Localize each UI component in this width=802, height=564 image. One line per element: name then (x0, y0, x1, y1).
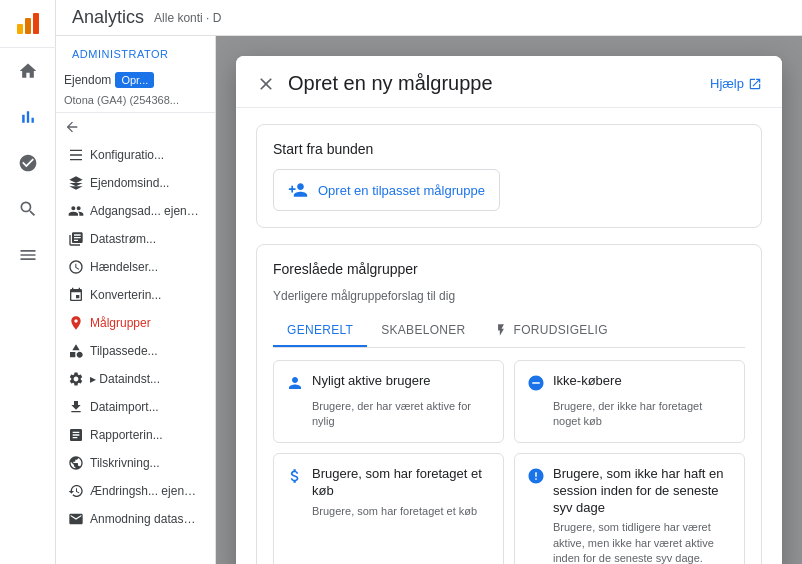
person-add-icon (288, 180, 308, 200)
audience-card-desc: Brugere, der ikke har foretaget noget kø… (553, 399, 732, 430)
left-nav: ADMINISTRATOR Ejendom Opr... Otona (GA4)… (56, 36, 216, 564)
nav-item-tilskrivning[interactable]: Tilskrivning... (56, 449, 207, 477)
audience-card-title: Brugere, som har foretaget et køb (312, 466, 491, 500)
create-custom-audience-button[interactable]: Opret en tilpasset målgruppe (273, 169, 500, 211)
sidebar-home-icon[interactable] (8, 51, 48, 91)
data-settings-icon (68, 371, 84, 387)
external-link-icon (748, 77, 762, 91)
audience-card-header: Brugere, som har foretaget et køb (286, 466, 491, 500)
audience-card-ikke-kobere[interactable]: Ikke-købere Brugere, der ikke har foreta… (514, 360, 745, 443)
close-icon (256, 74, 276, 94)
nav-item-ejendomsind-label: Ejendomsind... (90, 176, 169, 190)
request-icon (68, 511, 84, 527)
property-detail-icon (68, 175, 84, 191)
nav-item-dataimport[interactable]: Dataimport... (56, 393, 207, 421)
nav-item-konfiguration[interactable]: Konfiguratio... (56, 141, 207, 169)
sidebar (0, 0, 56, 564)
access-icon (68, 203, 84, 219)
back-row[interactable] (56, 113, 215, 141)
admin-section-label: ADMINISTRATOR (56, 36, 215, 64)
nav-item-handelser[interactable]: Hændelser... (56, 253, 207, 281)
audience-card-header: Ikke-købere (527, 373, 732, 395)
create-property-button[interactable]: Opr... (115, 72, 154, 88)
sidebar-reports-icon[interactable] (8, 97, 48, 137)
data-stream-icon (68, 231, 84, 247)
nav-item-datastream[interactable]: Datastrøm... (56, 225, 207, 253)
nav-item-datastream-label: Datastrøm... (90, 232, 156, 246)
audience-card-header: Brugere, som ikke har haft en session in… (527, 466, 732, 517)
nav-item-tilpassede-label: Tilpassede... (90, 344, 158, 358)
svg-rect-1 (25, 18, 31, 34)
sidebar-menu-icon[interactable] (8, 235, 48, 275)
modal-body: Start fra bunden Opret en tilpasset målg… (236, 108, 782, 564)
audience-grid: Nyligt aktive brugere Brugere, der har v… (273, 360, 745, 564)
audience-card-desc: Brugere, der har været aktive for nylig (312, 399, 491, 430)
events-icon (68, 259, 84, 275)
nav-item-adgangsdeling-label: Adgangsad... ejendom (90, 204, 199, 218)
sidebar-search-icon[interactable] (8, 189, 48, 229)
nav-item-dataimport-label: Dataimport... (90, 400, 159, 414)
nav-item-rapportering[interactable]: Rapporterin... (56, 421, 207, 449)
nav-item-handelser-label: Hændelser... (90, 260, 158, 274)
nav-item-anmodning[interactable]: Anmodning datasetin... (56, 505, 207, 533)
app-logo (0, 0, 56, 48)
person-icon (286, 374, 304, 395)
analytics-logo-icon (14, 10, 42, 38)
from-scratch-title: Start fra bunden (273, 141, 745, 157)
audiences-icon (68, 315, 84, 331)
no-session-icon (527, 467, 545, 488)
nav-item-ejendomsind[interactable]: Ejendomsind... (56, 169, 207, 197)
create-custom-audience-label: Opret en tilpasset målgruppe (318, 183, 485, 198)
audience-card-kob-brugere[interactable]: Brugere, som har foretaget et køb Bruger… (273, 453, 504, 564)
audience-card-nyligt-aktive[interactable]: Nyligt aktive brugere Brugere, der har v… (273, 360, 504, 443)
modal-overlay[interactable]: Opret en ny målgruppe Hjælp (216, 36, 802, 564)
audience-card-title: Brugere, som ikke har haft en session in… (553, 466, 732, 517)
modal-header: Opret en ny målgruppe Hjælp (236, 56, 782, 108)
suggestions-title: Foreslåede målgrupper (273, 261, 745, 277)
nav-item-malgrupper-label: Målgrupper (90, 316, 151, 330)
help-link[interactable]: Hjælp (710, 76, 762, 91)
tab-skabeloner[interactable]: SKABELONER (367, 315, 479, 347)
changes-icon (68, 483, 84, 499)
sidebar-check-icon[interactable] (8, 143, 48, 183)
create-audience-modal: Opret en ny målgruppe Hjælp (236, 56, 782, 564)
nav-item-dataindst[interactable]: ▸ Dataindst... (56, 365, 207, 393)
custom-icon (68, 343, 84, 359)
conversion-icon (68, 287, 84, 303)
audience-card-desc: Brugere, som har foretaget et køb (312, 504, 491, 519)
topbar-app-title: Analytics (72, 7, 144, 28)
nav-item-konfiguration-label: Konfiguratio... (90, 148, 164, 162)
modal-title: Opret en ny målgruppe (288, 72, 493, 95)
suggestions-tabs: GENERELT SKABELONER FORUDSIGELIG (273, 315, 745, 348)
nav-item-aendringer[interactable]: Ændringsh... ejendom (56, 477, 207, 505)
back-icon (64, 119, 80, 135)
tab-forudsigelig[interactable]: FORUDSIGELIG (480, 315, 622, 347)
property-section: Ejendom Opr... Otona (GA4) (254368... (56, 64, 215, 113)
topbar-breadcrumb: Alle konti · D (148, 11, 221, 25)
modal-close-button[interactable] (256, 74, 276, 94)
nav-item-aendringer-label: Ændringsh... ejendom (90, 484, 199, 498)
topbar: Analytics Alle konti · D (56, 0, 802, 36)
audience-card-desc: Brugere, som tidligere har været aktive,… (553, 520, 732, 564)
audience-card-title: Nyligt aktive brugere (312, 373, 431, 390)
nav-item-konvertering-label: Konverterin... (90, 288, 161, 302)
config-icon (68, 147, 84, 163)
nav-item-malgrupper[interactable]: Målgrupper (56, 309, 207, 337)
audience-card-ingen-session[interactable]: Brugere, som ikke har haft en session in… (514, 453, 745, 564)
no-purchase-icon (527, 374, 545, 395)
svg-rect-2 (33, 13, 39, 34)
nav-item-tilskrivning-label: Tilskrivning... (90, 456, 160, 470)
property-label: Ejendom (64, 73, 111, 87)
audience-card-title: Ikke-købere (553, 373, 622, 390)
nav-item-konvertering[interactable]: Konverterin... (56, 281, 207, 309)
property-row: Ejendom Opr... (56, 68, 215, 92)
lightning-icon (494, 323, 508, 337)
tab-generelt[interactable]: GENERELT (273, 315, 367, 347)
nav-item-dataindst-label: ▸ Dataindst... (90, 372, 160, 386)
reporting-icon (68, 427, 84, 443)
modal-header-right: Hjælp (710, 76, 762, 91)
nav-item-adgangsdeling[interactable]: Adgangsad... ejendom (56, 197, 207, 225)
import-icon (68, 399, 84, 415)
nav-item-tilpassede[interactable]: Tilpassede... (56, 337, 207, 365)
main-area: Analytics Alle konti · D ADMINISTRATOR E… (56, 0, 802, 564)
